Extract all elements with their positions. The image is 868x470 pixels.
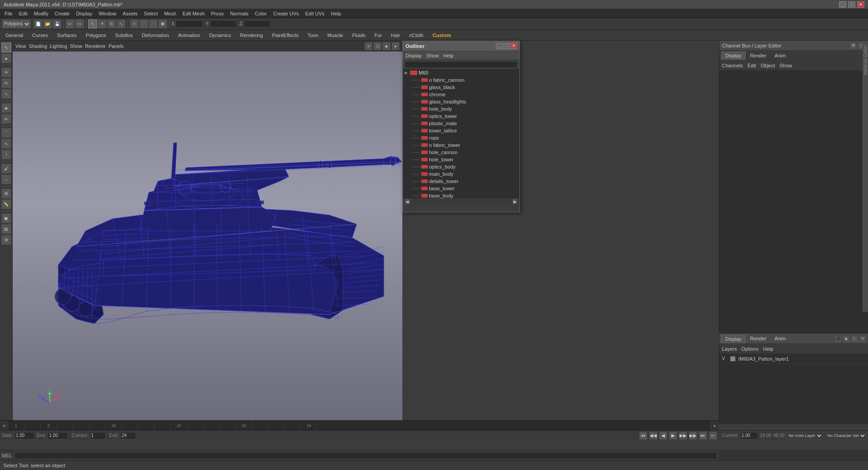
layer-options-menu[interactable]: Options	[741, 346, 759, 352]
list-item[interactable]: —— hole_cannon	[403, 149, 519, 156]
render-preview-button[interactable]: ▣	[1, 213, 11, 223]
paint-button[interactable]: 🖌	[1, 164, 11, 174]
panels-menu[interactable]: Panels	[108, 43, 124, 49]
x-coord-input[interactable]	[176, 20, 203, 28]
show-manip-button[interactable]: ⊞	[1, 188, 11, 198]
shading-menu[interactable]: Shading	[29, 43, 47, 49]
menu-mesh[interactable]: Mesh	[161, 11, 179, 16]
tab-fluids[interactable]: Fluids	[348, 31, 370, 39]
menu-modify[interactable]: Modify	[31, 11, 51, 16]
layer-icon-2[interactable]: ■	[843, 335, 850, 343]
renderer-menu[interactable]: Renderer	[85, 43, 106, 49]
layers-menu[interactable]: Layers	[722, 346, 737, 352]
lighting-menu[interactable]: Lighting	[50, 43, 67, 49]
scroll-right-button[interactable]: ▶	[512, 199, 518, 204]
measure-button[interactable]: 📏	[1, 199, 11, 209]
scroll-left-button[interactable]: ◀	[405, 199, 410, 204]
list-item[interactable]: —— o fabric_cannon	[403, 76, 519, 84]
list-item[interactable]: —— o fabric_tower	[403, 141, 519, 149]
menu-edit[interactable]: Edit	[16, 11, 30, 16]
maximize-button[interactable]: □	[848, 1, 855, 8]
menu-window[interactable]: Window	[96, 11, 119, 16]
vp-wire-btn[interactable]: ⬡	[373, 42, 382, 50]
tab-general[interactable]: General	[1, 31, 28, 39]
vp-smooth-btn[interactable]: ●	[392, 42, 400, 50]
snap-grid[interactable]: #	[130, 19, 139, 28]
select-tool[interactable]: ↖	[88, 19, 97, 28]
timeline-range-input[interactable]	[47, 432, 68, 439]
move-button[interactable]: ✛	[1, 67, 11, 77]
layer-render-tab[interactable]: Render	[746, 335, 770, 343]
anim-layer-select[interactable]: No Anim Layer	[786, 432, 823, 439]
list-item[interactable]: —— glass_headlights	[403, 98, 519, 105]
outliner-help-menu[interactable]: Help	[443, 53, 454, 58]
menu-assets[interactable]: Assets	[120, 11, 140, 16]
menu-color[interactable]: Color	[252, 11, 269, 16]
tab-curves[interactable]: Curves	[28, 31, 52, 39]
layer-display-tab[interactable]: Display	[721, 335, 745, 343]
vp-grid-btn[interactable]: #	[364, 42, 373, 50]
list-item[interactable]: —— details_tower	[403, 178, 519, 185]
list-item[interactable]: —— tower_lattice	[403, 127, 519, 134]
pb-play-back[interactable]: ▶	[669, 432, 677, 440]
cb-edit-menu[interactable]: Edit	[747, 63, 756, 68]
outliner-search-input[interactable]	[405, 61, 518, 68]
menu-edit-uvs[interactable]: Edit UVs	[302, 11, 327, 16]
tab-fur[interactable]: Fur	[370, 31, 387, 39]
tab-animation[interactable]: Animation	[174, 31, 205, 39]
tab-rendering[interactable]: Rendering	[236, 31, 268, 39]
cb-show-menu[interactable]: Show	[779, 63, 792, 68]
rotate-tool[interactable]: ↻	[107, 19, 116, 28]
list-item[interactable]: —— hole_tower	[403, 156, 519, 163]
ep-curve-button[interactable]: ⌇	[1, 150, 11, 160]
render-globals-button[interactable]: ⚙	[1, 235, 11, 245]
timeline[interactable]: ◄ 1 5 10 15 20 24 ►	[0, 420, 719, 430]
select-mode-button[interactable]: ↖	[1, 42, 11, 52]
redo-button[interactable]: ↪	[75, 19, 84, 28]
outliner-maximize[interactable]: □	[503, 43, 509, 49]
tab-ncloth[interactable]: nCloth	[405, 31, 428, 39]
tab-subdivs[interactable]: Subdivs	[111, 31, 137, 39]
scale-tool[interactable]: ⤡	[117, 19, 126, 28]
cb-tab-anim[interactable]: Anim	[771, 52, 789, 59]
menu-file[interactable]: File	[2, 11, 15, 16]
cb-channels-menu[interactable]: Channels	[722, 63, 743, 68]
y-coord-input[interactable]	[210, 20, 237, 28]
tab-custom[interactable]: Custom	[428, 31, 456, 39]
tab-dynamics[interactable]: Dynamics	[205, 31, 236, 39]
view-menu[interactable]: View	[15, 43, 26, 49]
curve-button[interactable]: ∿	[1, 139, 11, 149]
menu-create[interactable]: Create	[52, 11, 72, 16]
list-item[interactable]: —— plastic_mate	[403, 120, 519, 127]
menu-create-uvs[interactable]: Create UVs	[270, 11, 302, 16]
tab-deformation[interactable]: Deformation	[137, 31, 174, 39]
list-item[interactable]: —— base_tower	[403, 185, 519, 192]
pb-last-frame[interactable]: ⏭	[699, 432, 707, 440]
pb-first-frame[interactable]: ⏮	[639, 432, 647, 440]
sculpt-button[interactable]: ⌢	[1, 174, 11, 184]
menu-select[interactable]: Select	[141, 11, 160, 16]
new-scene-button[interactable]: 📄	[33, 19, 42, 28]
snap-curve[interactable]: ⌒	[139, 19, 148, 28]
current-frame-right-input[interactable]	[740, 432, 758, 439]
tab-muscle[interactable]: Muscle	[323, 31, 348, 39]
menu-proxy[interactable]: Proxy	[208, 11, 226, 16]
list-item[interactable]: —— glass_black	[403, 84, 519, 91]
tab-hair[interactable]: Hair	[387, 31, 405, 39]
menu-display[interactable]: Display	[73, 11, 95, 16]
menu-help[interactable]: Help	[328, 11, 344, 16]
save-button[interactable]: 💾	[52, 19, 61, 28]
layer-help-menu[interactable]: Help	[763, 346, 774, 352]
universal-manip-button[interactable]: ◉	[1, 103, 11, 113]
move-tool[interactable]: ✛	[98, 19, 107, 28]
snap-surface[interactable]: ▣	[158, 19, 167, 28]
list-item[interactable]: —— optics_tower	[403, 113, 519, 120]
menu-normals[interactable]: Normals	[227, 11, 251, 16]
undo-button[interactable]: ↩	[66, 19, 75, 28]
vp-solid-btn[interactable]: ■	[382, 42, 391, 50]
rotate-button[interactable]: ↻	[1, 78, 11, 88]
tab-painteffects[interactable]: PaintEffects	[268, 31, 303, 39]
list-item[interactable]: —— optics_body	[403, 163, 519, 170]
outliner-list[interactable]: ▶ M60 —— o fabric_cannon —— glass_black …	[403, 69, 519, 205]
menu-edit-mesh[interactable]: Edit Mesh	[180, 11, 208, 16]
